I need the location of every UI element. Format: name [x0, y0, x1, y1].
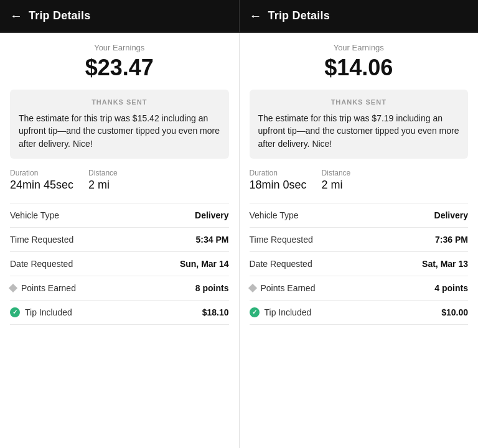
duration-value: 24min 45sec: [10, 179, 73, 192]
detail-row: Vehicle TypeDelivery: [10, 203, 229, 228]
stats-row: Duration24min 45secDistance2 mi: [10, 169, 229, 192]
thanks-sent-label: THANKS SENT: [258, 98, 460, 106]
duration-stat: Duration18min 0sec: [250, 169, 307, 192]
detail-key-4: ✓Tip Included: [10, 307, 72, 317]
trip-panel-1: Your Earnings$14.06THANKS SENTThe estima…: [240, 33, 479, 448]
detail-value-1: 7:36 PM: [435, 235, 468, 245]
detail-value-4: $10.00: [441, 307, 468, 317]
header-panel-0: ←Trip Details: [0, 0, 239, 33]
detail-row: Time Requested5:34 PM: [10, 228, 229, 252]
detail-row: Vehicle TypeDelivery: [250, 203, 469, 228]
back-arrow-icon[interactable]: ←: [250, 9, 262, 23]
detail-value-0: Delivery: [434, 210, 468, 220]
detail-key-3: Points Earned: [250, 283, 316, 293]
detail-row: Date RequestedSun, Mar 14: [10, 252, 229, 276]
detail-key-0: Vehicle Type: [10, 210, 59, 220]
check-icon: ✓: [250, 307, 260, 317]
distance-label: Distance: [322, 169, 351, 177]
detail-key-4: ✓Tip Included: [250, 307, 312, 317]
detail-row: ✓Tip Included$10.00: [250, 301, 469, 325]
distance-value: 2 mi: [322, 179, 351, 192]
duration-label: Duration: [10, 169, 73, 177]
detail-value-4: $18.10: [202, 307, 229, 317]
detail-key-text: Date Requested: [250, 259, 312, 269]
detail-key-0: Vehicle Type: [250, 210, 299, 220]
app-header: ←Trip Details←Trip Details: [0, 0, 478, 33]
detail-table: Vehicle TypeDeliveryTime Requested5:34 P…: [10, 203, 229, 325]
detail-key-2: Date Requested: [10, 259, 73, 269]
trip-details-title: Trip Details: [268, 9, 330, 22]
duration-stat: Duration24min 45sec: [10, 169, 73, 192]
detail-value-3: 4 points: [434, 283, 468, 293]
detail-key-1: Time Requested: [10, 235, 73, 245]
detail-value-0: Delivery: [195, 210, 228, 220]
earnings-amount: $14.06: [250, 55, 469, 81]
detail-key-text: Vehicle Type: [10, 210, 59, 220]
detail-key-2: Date Requested: [250, 259, 312, 269]
stats-row: Duration18min 0secDistance2 mi: [250, 169, 469, 192]
detail-row: Date RequestedSat, Mar 13: [250, 252, 469, 276]
check-icon: ✓: [10, 307, 20, 317]
detail-row: ✓Tip Included$18.10: [10, 301, 229, 325]
back-arrow-icon[interactable]: ←: [10, 9, 22, 23]
detail-key-1: Time Requested: [250, 235, 313, 245]
detail-value-3: 8 points: [195, 283, 229, 293]
detail-key-text: Points Earned: [261, 283, 316, 293]
thanks-text: The estimate for this trip was $7.19 inc…: [258, 112, 460, 150]
trip-panel-0: Your Earnings$23.47THANKS SENTThe estima…: [0, 33, 240, 448]
detail-value-2: Sun, Mar 14: [180, 259, 229, 269]
thanks-box: THANKS SENTThe estimate for this trip wa…: [250, 90, 469, 159]
detail-table: Vehicle TypeDeliveryTime Requested7:36 P…: [250, 203, 469, 325]
diamond-icon: [248, 284, 256, 292]
earnings-label: Your Earnings: [10, 43, 229, 52]
detail-key-text: Points Earned: [21, 283, 76, 293]
earnings-amount: $23.47: [10, 55, 229, 81]
detail-row: Time Requested7:36 PM: [250, 228, 469, 252]
thanks-box: THANKS SENTThe estimate for this trip wa…: [10, 90, 229, 159]
duration-label: Duration: [250, 169, 307, 177]
thanks-sent-label: THANKS SENT: [19, 98, 220, 106]
detail-key-text: Time Requested: [250, 235, 313, 245]
detail-row: Points Earned8 points: [10, 276, 229, 301]
detail-key-text: Time Requested: [10, 235, 73, 245]
trip-details-title: Trip Details: [29, 9, 90, 22]
earnings-label: Your Earnings: [250, 43, 469, 52]
detail-key-text: Date Requested: [10, 259, 73, 269]
header-panel-1: ←Trip Details: [239, 0, 479, 33]
detail-key-text: Tip Included: [265, 307, 312, 317]
distance-value: 2 mi: [88, 179, 118, 192]
detail-key-3: Points Earned: [10, 283, 76, 293]
thanks-text: The estimate for this trip was $15.42 in…: [19, 112, 220, 150]
distance-stat: Distance2 mi: [88, 169, 118, 192]
duration-value: 18min 0sec: [250, 179, 307, 192]
distance-label: Distance: [88, 169, 118, 177]
main-content: Your Earnings$23.47THANKS SENTThe estima…: [0, 33, 478, 448]
detail-key-text: Vehicle Type: [250, 210, 299, 220]
detail-value-1: 5:34 PM: [196, 235, 229, 245]
detail-row: Points Earned4 points: [250, 276, 469, 301]
detail-value-2: Sat, Mar 13: [422, 259, 468, 269]
distance-stat: Distance2 mi: [322, 169, 351, 192]
detail-key-text: Tip Included: [25, 307, 72, 317]
diamond-icon: [9, 284, 17, 292]
